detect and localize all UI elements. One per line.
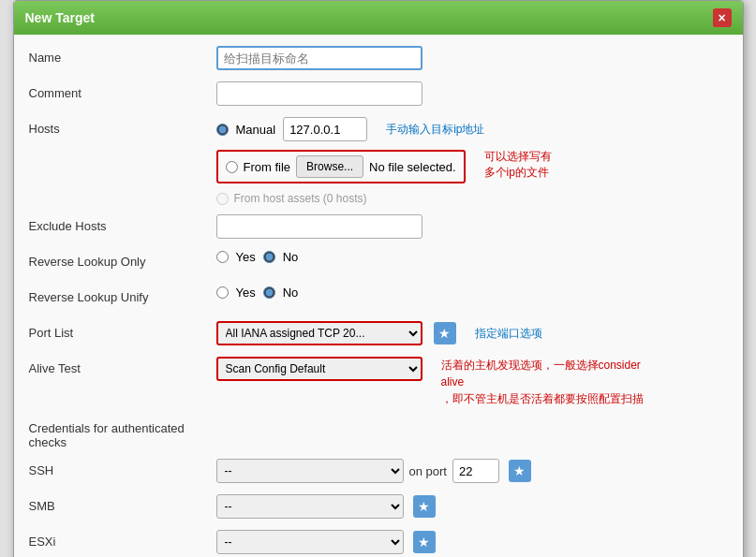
- port-list-annotation: 指定端口选项: [475, 326, 542, 342]
- port-list-select[interactable]: All IANA assigned TCP 20...: [216, 321, 422, 345]
- rlu-no-radio[interactable]: [263, 286, 275, 299]
- from-file-annotation: 可以选择写有多个ip的文件: [484, 149, 552, 181]
- smb-control: -- ★: [216, 494, 728, 519]
- rlu-yes-radio[interactable]: [216, 286, 229, 299]
- credentials-row: Credentials for authenticated checks: [29, 417, 728, 449]
- reverse-lookup-only-row: Reverse Lookup Only Yes No: [29, 250, 728, 276]
- esxi-control: -- ★: [216, 530, 728, 554]
- rlo-no-label: No: [283, 250, 299, 264]
- ssh-select[interactable]: --: [216, 459, 404, 483]
- hosts-ip-input[interactable]: [283, 117, 367, 141]
- ssh-control: -- on port ★: [216, 459, 728, 483]
- exclude-hosts-input[interactable]: [216, 214, 422, 239]
- credentials-label: Credentials for authenticated checks: [29, 417, 216, 449]
- new-target-dialog: New Target × Name Comment Hosts Manu: [13, 0, 744, 557]
- esxi-star-button[interactable]: ★: [413, 531, 436, 553]
- dialog-title: New Target: [25, 10, 95, 25]
- rlo-yes-label: Yes: [236, 250, 256, 264]
- esxi-select[interactable]: --: [216, 530, 404, 554]
- dialog-body: Name Comment Hosts Manual 手动输入目标ip地址: [14, 35, 743, 557]
- from-host-assets-row: From host assets (0 hosts): [216, 192, 367, 205]
- from-host-assets-radio: [216, 193, 229, 205]
- hosts-manual-label: Manual: [236, 123, 276, 137]
- rlo-yes-radio[interactable]: [216, 251, 229, 263]
- reverse-lookup-unify-control: Yes No: [216, 286, 728, 300]
- port-list-label: Port List: [29, 321, 216, 340]
- hosts-label: Hosts: [29, 117, 216, 136]
- ssh-star-button[interactable]: ★: [509, 460, 531, 482]
- port-list-control: All IANA assigned TCP 20... ★ 指定端口选项: [216, 321, 728, 345]
- browse-button[interactable]: Browse...: [296, 155, 363, 178]
- reverse-lookup-unify-row: Reverse Lookup Unify Yes No: [29, 286, 728, 312]
- no-file-label: No file selected.: [369, 160, 456, 174]
- smb-select[interactable]: --: [216, 494, 404, 519]
- dialog-header: New Target ×: [14, 1, 743, 35]
- exclude-hosts-control: [216, 214, 728, 239]
- alive-test-select[interactable]: Scan Config Default: [216, 357, 422, 381]
- hosts-row: Hosts Manual 手动输入目标ip地址 From file Browse…: [29, 117, 728, 205]
- alive-test-label: Alive Test: [29, 357, 216, 375]
- rlu-yes-label: Yes: [236, 286, 256, 300]
- on-port-label: on port: [409, 464, 447, 478]
- comment-control: [216, 81, 728, 106]
- esxi-label: ESXi: [29, 530, 216, 549]
- hosts-ip-annotation: 手动输入目标ip地址: [386, 122, 484, 138]
- smb-label: SMB: [29, 494, 216, 513]
- reverse-lookup-only-control: Yes No: [216, 250, 728, 264]
- comment-label: Comment: [29, 81, 216, 100]
- alive-test-control: Scan Config Default 活着的主机发现选项，一般选择consid…: [216, 357, 728, 407]
- from-file-row: From file Browse... No file selected. 可以…: [216, 146, 552, 183]
- name-label: Name: [29, 46, 216, 65]
- from-file-label: From file: [244, 160, 291, 174]
- name-input[interactable]: [216, 46, 422, 70]
- rlu-no-label: No: [283, 286, 299, 300]
- alive-test-annotation: 活着的主机发现选项，一般选择consider alive，即不管主机是否活着都要…: [441, 357, 647, 407]
- exclude-hosts-row: Exclude Hosts: [29, 214, 728, 241]
- smb-row: SMB -- ★: [29, 494, 728, 520]
- port-list-star-button[interactable]: ★: [434, 322, 456, 344]
- comment-input[interactable]: [216, 81, 422, 106]
- close-button[interactable]: ×: [713, 8, 732, 27]
- exclude-hosts-label: Exclude Hosts: [29, 214, 216, 233]
- name-control: [216, 46, 728, 70]
- ssh-port-input[interactable]: [452, 459, 499, 483]
- reverse-lookup-only-label: Reverse Lookup Only: [29, 250, 216, 269]
- ssh-label: SSH: [29, 459, 216, 477]
- ssh-row: SSH -- on port ★: [29, 459, 728, 485]
- alive-test-row: Alive Test Scan Config Default 活着的主机发现选项…: [29, 357, 728, 407]
- hosts-manual-radio[interactable]: [216, 124, 229, 136]
- from-host-assets-label: From host assets (0 hosts): [234, 192, 367, 205]
- from-file-box: From file Browse... No file selected.: [216, 150, 466, 183]
- port-list-row: Port List All IANA assigned TCP 20... ★ …: [29, 321, 728, 347]
- name-row: Name: [29, 46, 728, 72]
- rlo-no-radio[interactable]: [263, 251, 275, 263]
- smb-star-button[interactable]: ★: [413, 495, 436, 518]
- from-file-radio[interactable]: [226, 161, 238, 173]
- esxi-row: ESXi -- ★: [29, 530, 728, 556]
- hosts-control: Manual 手动输入目标ip地址 From file Browse... No…: [216, 117, 728, 205]
- comment-row: Comment: [29, 81, 728, 108]
- reverse-lookup-unify-label: Reverse Lookup Unify: [29, 286, 216, 304]
- hosts-manual-row: Manual 手动输入目标ip地址: [216, 117, 485, 141]
